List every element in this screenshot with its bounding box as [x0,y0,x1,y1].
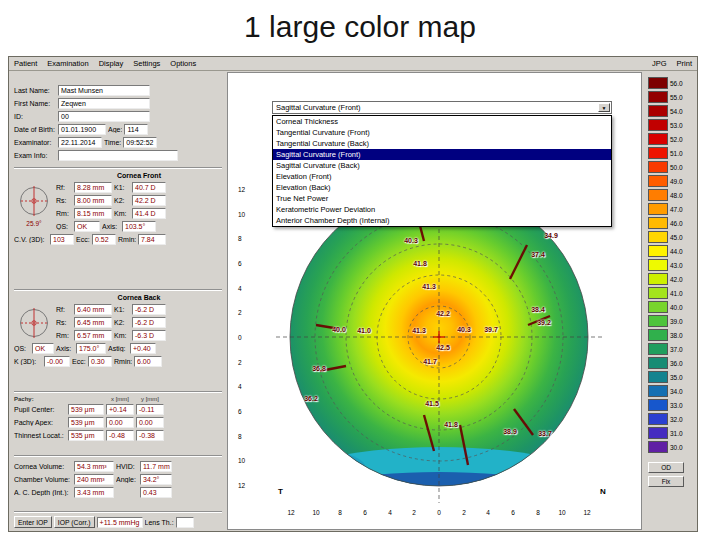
pachy-apex-input[interactable]: 539 μm [68,417,104,428]
back-rmin-input[interactable]: 6.00 [134,356,162,367]
dropdown-option[interactable]: Tangential Curvature (Back) [273,138,611,149]
scale-color-swatch [648,287,668,299]
front-k2-input[interactable]: 42.2 D [132,195,166,206]
scale-button[interactable]: OD [648,462,684,473]
pachy-apex-x-input[interactable]: 0.00 [106,417,134,428]
thinnest-locat-input[interactable]: 535 μm [68,430,104,441]
front-rf-input[interactable]: 8.28 mm [74,182,112,193]
pupil-center-input[interactable]: 539 μm [68,404,104,415]
front-rmin-input[interactable]: 7.84 [138,234,166,245]
hvid-input[interactable]: 11.7 mm [140,461,172,472]
chamber-volume-label: Chamber Volume: [14,476,72,483]
scale-color-swatch [648,203,668,215]
pupil-center-y-input[interactable]: -0.11 [136,404,164,415]
last-name-label: Last Name: [14,87,56,94]
slide-title: 1 large color map [0,10,720,44]
menu-right-item[interactable]: Print [677,59,692,68]
back-k3d-label: K (3D): [14,358,42,365]
back-ecc-input[interactable]: 0.30 [88,356,112,367]
back-km-input[interactable]: -6.3 D [132,330,166,341]
back-rf-input[interactable]: 6.40 mm [74,304,112,315]
iop-corr-button[interactable]: IOP (Corr.) [54,516,95,528]
thinnest-locat-x-input[interactable]: -0.48 [106,430,134,441]
extra-input[interactable]: 0.43 [140,487,172,498]
scale-value: 54.0 [670,108,683,115]
front-km-input[interactable]: 41.4 D [132,208,166,219]
eye-axis-icon [16,183,52,219]
scale-color-swatch [648,413,668,425]
dropdown-option[interactable]: Elevation (Front) [273,171,611,182]
scale-step: 46.0 [648,216,683,230]
menu-right-item[interactable]: JPG [652,59,667,68]
scale-color-swatch [648,217,668,229]
menu-item[interactable]: Display [99,59,124,68]
dropdown-option[interactable]: Keratometric Power Deviation [273,204,611,215]
thinnest-locat-y-input[interactable]: -0.38 [136,430,164,441]
back-rs-input[interactable]: 6.45 mm [74,317,112,328]
map-type-selector[interactable]: Sagittal Curvature (Front) ▼ [272,101,612,114]
pachy-apex-y-input[interactable]: 0.00 [136,417,164,428]
menu-items: PatientExaminationDisplaySettingsOptions [14,59,196,68]
color-scale: 56.0 55.0 54.0 53.0 52.0 51.0 [648,76,683,454]
cornea-back-section: Cornea Back Rf: 6.40 mm K1: -6.2 D Rs: 6… [14,290,222,368]
dropdown-option[interactable]: Anterior Chamber Depth (Internal) [273,215,611,226]
cornea-front-section: Cornea Front 25.9° Rf: 8.28 mm K1: 40.7 … [14,168,222,246]
dropdown-option[interactable]: Tangential Curvature (Front) [273,127,611,138]
lens-th-input[interactable] [176,517,194,528]
pupil-center-x-input[interactable]: +0.14 [106,404,134,415]
last-name-input[interactable]: Mast Munsen [58,85,150,96]
front-rm-label: Rm: [56,210,72,217]
scale-step: 37.0 [648,342,683,356]
id-input[interactable]: 00 [58,111,150,122]
back-k3d-input[interactable]: -0.00 [44,356,70,367]
time-input[interactable]: 09:52:52 [123,137,157,148]
scale-value: 30.0 [670,444,683,451]
scale-value: 31.0 [670,430,683,437]
menu-item[interactable]: Patient [14,59,37,68]
scale-step: 39.0 [648,314,683,328]
back-rm-input[interactable]: 6.57 mm [74,330,112,341]
enter-iop-button[interactable]: Enter IOP [14,516,52,528]
scale-value: 34.0 [670,388,683,395]
front-cv-label: C.V. (3D): [14,236,48,243]
back-k2-input[interactable]: -6.2 D [132,317,166,328]
front-cv-input[interactable]: 103 [50,234,74,245]
dropdown-option[interactable]: Sagittal Curvature (Front) [273,149,611,160]
back-axis-input[interactable]: 175.0° [76,343,106,354]
front-rm-input[interactable]: 8.15 mm [74,208,112,219]
scale-color-swatch [648,189,668,201]
left-data-panel: Last Name: Mast Munsen First Name: Zeqwe… [12,72,224,530]
first-name-input[interactable]: Zeqwen [58,98,150,109]
back-rmin-label: Rmin: [114,358,132,365]
dropdown-option[interactable]: Corneal Thickness [273,116,611,127]
dropdown-option[interactable]: Sagittal Curvature (Back) [273,160,611,171]
chevron-down-icon[interactable]: ▼ [598,103,610,112]
menu-item[interactable]: Options [170,59,196,68]
front-qs-input[interactable]: OK [74,221,100,232]
back-k1-input[interactable]: -6.2 D [132,304,166,315]
dropdown-option[interactable]: Elevation (Back) [273,182,611,193]
front-rs-input[interactable]: 8.00 mm [74,195,112,206]
pachy-apex-label: Pachy Apex: [14,419,66,426]
pachy-section: Pachy: x [mm] y [mm] Pupil Center: 539 μ… [14,392,222,442]
chamber-volume-input[interactable]: 240 mm³ [74,474,114,485]
front-ecc-input[interactable]: 0.52 [92,234,116,245]
dropdown-option[interactable]: True Net Power [273,193,611,204]
back-astig-input[interactable]: +0.40 [130,343,156,354]
cornea-volume-input[interactable]: 54.3 mm³ [74,461,114,472]
dob-input[interactable]: 01.01.1900 [58,124,106,135]
scale-button[interactable]: Fix [648,476,684,487]
angle-input[interactable]: 34.2° [140,474,172,485]
ac-depth-label: A. C. Depth (Int.): [14,489,72,496]
front-axis-input[interactable]: 103.5° [122,221,156,232]
age-input[interactable]: 114 [124,124,148,135]
menu-item[interactable]: Examination [47,59,88,68]
ac-depth-input[interactable]: 3.43 mm [74,487,114,498]
exam-info-input[interactable] [58,150,178,161]
scale-color-swatch [648,91,668,103]
examinator-label: Examinator: [14,139,56,146]
exam-date-input[interactable]: 22.11.2014 [58,137,102,148]
front-k1-input[interactable]: 40.7 D [132,182,166,193]
iop-value-input[interactable]: +11.5 mmHg [97,517,143,528]
menu-item[interactable]: Settings [133,59,160,68]
